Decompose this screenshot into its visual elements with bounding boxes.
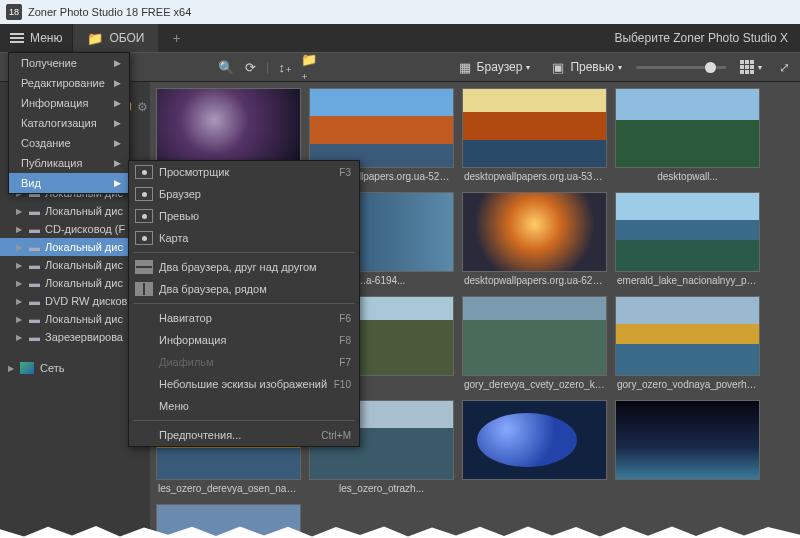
submenu-item-shortcut: Ctrl+M: [321, 430, 351, 441]
chevron-right-icon: ▶: [114, 118, 121, 128]
expand-icon[interactable]: ⤢: [776, 59, 792, 75]
upgrade-prompt[interactable]: Выберите Zoner Photo Studio X: [614, 31, 800, 45]
sidebar-item-label: Зарезервирова: [45, 331, 123, 343]
thumbnail-image: [462, 192, 607, 272]
chevron-down-icon: ▾: [618, 63, 622, 72]
menu-item[interactable]: Информация▶: [9, 93, 129, 113]
submenu-item[interactable]: НавигаторF6: [129, 307, 359, 329]
chevron-down-icon: ▾: [758, 63, 762, 72]
thumbnail-caption: [615, 480, 760, 489]
submenu-item-label: Меню: [159, 400, 189, 412]
browser-mode-button[interactable]: ▦ Браузер ▾: [451, 56, 537, 78]
menu-item[interactable]: Получение▶: [9, 53, 129, 73]
main-menu-panel: Получение▶Редактирование▶Информация▶Ката…: [8, 52, 130, 194]
submenu-item[interactable]: Предпочтения...Ctrl+M: [129, 424, 359, 446]
thumbnail[interactable]: desktopwallpapers.org.ua-6247...: [462, 192, 607, 292]
thumbnail[interactable]: [615, 400, 760, 500]
main-menu-button[interactable]: Меню: [0, 24, 72, 52]
chevron-right-icon: ▶: [16, 225, 24, 234]
thumbnail[interactable]: [462, 400, 607, 500]
thumbnail-image: [615, 296, 760, 376]
submenu-item-icon: [135, 187, 153, 201]
submenu-item-icon: [135, 333, 153, 347]
folder-icon: 📁: [87, 31, 103, 46]
network-icon: [20, 362, 34, 374]
sidebar-item-label: Локальный дис: [45, 259, 123, 271]
drive-icon: ▬: [29, 223, 40, 235]
thumbnail[interactable]: gory_derevya_cvety_ozero_kan...: [462, 296, 607, 396]
submenu-item-shortcut: F3: [339, 167, 351, 178]
menu-item-label: Информация: [21, 97, 88, 109]
preview-mode-label: Превью: [570, 60, 614, 74]
submenu-item-label: Навигатор: [159, 312, 212, 324]
view-submenu-panel: ПросмотрщикF3БраузерПревьюКартаДва брауз…: [128, 160, 360, 447]
app-icon: 18: [6, 4, 22, 20]
drive-icon: ▬: [29, 295, 40, 307]
submenu-item[interactable]: Меню: [129, 395, 359, 417]
thumbnail-caption: les_ozero_derevya_osen_nacion...: [156, 480, 301, 500]
thumbnail[interactable]: emerald_lake_nacionalnyy_park...: [615, 192, 760, 292]
sort-icon[interactable]: ↕₊: [277, 59, 293, 75]
submenu-item-label: Небольшие эскизы изображений: [159, 378, 327, 390]
thumbnail-caption: emerald_lake_nacionalnyy_park...: [615, 272, 760, 292]
chevron-right-icon: ▶: [16, 243, 24, 252]
thumbnail-image: [462, 400, 607, 480]
thumbnail-caption: gory_ozero_vodnaya_poverhno...: [615, 376, 760, 396]
gear-icon[interactable]: ⚙: [137, 100, 148, 114]
tab-current[interactable]: 📁 ОБОИ: [72, 24, 158, 52]
submenu-item: ДиафильмF7: [129, 351, 359, 373]
chevron-right-icon: ▶: [16, 333, 24, 342]
chevron-right-icon: ▶: [114, 58, 121, 68]
submenu-item-label: Просмотрщик: [159, 166, 229, 178]
tab-label: ОБОИ: [109, 31, 144, 45]
submenu-item-icon: [135, 165, 153, 179]
thumbnail-image: [462, 88, 607, 168]
submenu-item-label: Карта: [159, 232, 188, 244]
thumbnail[interactable]: desktopwallpapers.org.ua-5367...: [462, 88, 607, 188]
submenu-item[interactable]: ПросмотрщикF3: [129, 161, 359, 183]
submenu-item[interactable]: Два браузера, друг над другом: [129, 256, 359, 278]
hamburger-icon: [10, 33, 24, 43]
grid-icon: [740, 60, 754, 74]
chevron-right-icon: ▶: [114, 98, 121, 108]
submenu-item[interactable]: Небольшие эскизы изображенийF10: [129, 373, 359, 395]
sidebar-item-label: CD-дисковод (F: [45, 223, 125, 235]
menu-item[interactable]: Вид▶: [9, 173, 129, 193]
menu-item[interactable]: Публикация▶: [9, 153, 129, 173]
thumbnail[interactable]: desktopwall...: [615, 88, 760, 188]
submenu-item[interactable]: Превью: [129, 205, 359, 227]
thumbnail-caption: [462, 480, 607, 489]
sidebar-item-label: Локальный дис: [45, 277, 123, 289]
submenu-item[interactable]: ИнформацияF8: [129, 329, 359, 351]
new-tab-button[interactable]: +: [158, 30, 194, 46]
submenu-item[interactable]: Карта: [129, 227, 359, 249]
submenu-item-shortcut: F8: [339, 335, 351, 346]
chevron-right-icon: ▶: [16, 207, 24, 216]
menu-item[interactable]: Редактирование▶: [9, 73, 129, 93]
search-icon[interactable]: 🔍: [218, 59, 234, 75]
refresh-icon[interactable]: ⟳: [242, 59, 258, 75]
sidebar-item-label: Локальный дис: [45, 205, 123, 217]
submenu-item-icon: [135, 377, 153, 391]
thumbnail-image: [615, 400, 760, 480]
preview-icon: ▣: [550, 59, 566, 75]
drive-icon: ▬: [29, 277, 40, 289]
thumb-size-slider[interactable]: [636, 66, 726, 69]
thumbnail[interactable]: gory_ozero_vodnaya_poverhno...: [615, 296, 760, 396]
menu-item[interactable]: Создание▶: [9, 133, 129, 153]
submenu-item[interactable]: Два браузера, рядом: [129, 278, 359, 300]
menu-item[interactable]: Каталогизация▶: [9, 113, 129, 133]
chevron-right-icon: ▶: [16, 297, 24, 306]
submenu-item[interactable]: Браузер: [129, 183, 359, 205]
menu-separator: [133, 303, 355, 304]
submenu-item-shortcut: F7: [339, 357, 351, 368]
menu-item-label: Вид: [21, 177, 41, 189]
submenu-item-label: Информация: [159, 334, 226, 346]
chevron-right-icon: ▶: [16, 279, 24, 288]
thumbnail-caption: desktopwall...: [615, 168, 760, 188]
add-folder-icon[interactable]: 📁₊: [301, 59, 317, 75]
preview-mode-button[interactable]: ▣ Превью ▾: [544, 56, 628, 78]
menu-item-label: Редактирование: [21, 77, 105, 89]
grid-view-button[interactable]: ▾: [734, 57, 768, 77]
drive-icon: ▬: [29, 331, 40, 343]
